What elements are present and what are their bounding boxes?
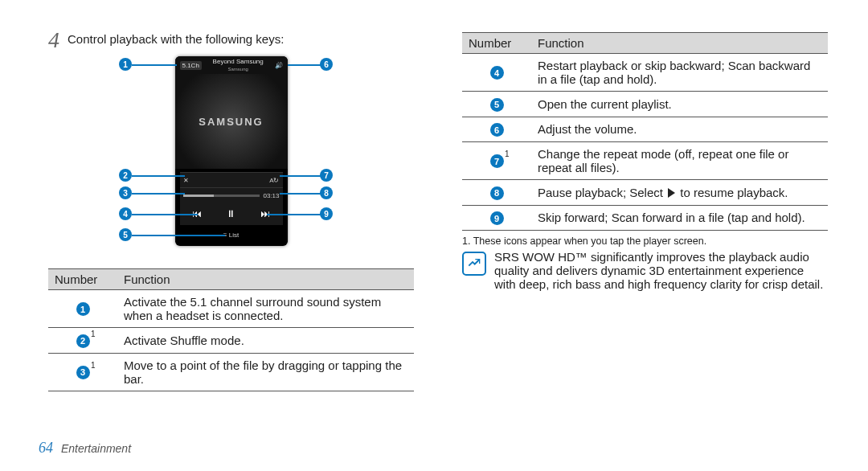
shuffle-icon: ✕ — [183, 177, 189, 184]
table-row: 6 Adjust the volume. — [462, 117, 828, 142]
row-number-bubble: 71 — [490, 154, 504, 168]
row-number-bubble: 31 — [76, 366, 90, 379]
row-function-text: Restart playback or skip backward; Scan … — [531, 54, 828, 92]
function-table-left: Number Function 1 Activate the 5.1 chann… — [48, 268, 414, 391]
track-artist: Samsung — [228, 67, 248, 72]
callout-2: 2 — [119, 169, 132, 182]
row-function-text: Skip forward; Scan forward in a file (ta… — [531, 205, 828, 231]
callout-4: 4 — [119, 207, 132, 220]
table-header-number: Number — [48, 269, 117, 290]
row-number-bubble: 1 — [76, 302, 90, 316]
callout-3: 3 — [119, 186, 132, 199]
phone-mock: 5.1Ch Beyond Samsung Samsung 🔊 SAMSUNG ✕… — [175, 56, 288, 246]
row-function-text: Open the current playlist. — [531, 92, 828, 117]
table-row: 9 Skip forward; Scan forward in a file (… — [462, 205, 828, 231]
pause-icon: ⏸ — [226, 208, 235, 219]
table-row: 8 Pause playback; Select to resume playb… — [462, 180, 828, 206]
row-number-bubble: 21 — [76, 334, 90, 348]
row-function-text: Activate Shuffle mode. — [117, 328, 414, 354]
step-number: 4 — [48, 29, 59, 51]
table-row: 21 Activate Shuffle mode. — [48, 328, 414, 354]
row-function-text: Move to a point of the file by dragging … — [117, 353, 414, 391]
page-footer: 64 Entertainment — [39, 440, 131, 457]
footnote: 1. These icons appear when you tap the p… — [462, 236, 828, 247]
callout-7: 7 — [320, 169, 333, 182]
row-function-text: Pause playback; Select to resume playbac… — [531, 180, 828, 206]
step-text: Control playback with the following keys… — [68, 32, 284, 46]
row-number-bubble: 4 — [490, 66, 504, 80]
row-number-bubble: 5 — [490, 98, 504, 112]
callout-1: 1 — [119, 58, 132, 71]
player-diagram: 5.1Ch Beyond Samsung Samsung 🔊 SAMSUNG ✕… — [48, 56, 414, 257]
section-name: Entertainment — [61, 442, 131, 455]
page-number: 64 — [39, 440, 53, 456]
row-number-bubble: 9 — [490, 211, 504, 225]
note-box: SRS WOW HD™ significantly improves the p… — [462, 250, 828, 291]
volume-icon: 🔊 — [275, 62, 283, 69]
row-function-text: Change the repeat mode (off, repeat one … — [531, 142, 828, 180]
table-row: 1 Activate the 5.1 channel surround soun… — [48, 290, 414, 328]
table-row: 4 Restart playback or skip backward; Sca… — [462, 54, 828, 92]
row-number-bubble: 8 — [490, 186, 504, 200]
table-row: 71 Change the repeat mode (off, repeat o… — [462, 142, 828, 180]
row-number-bubble: 6 — [490, 123, 504, 137]
track-title: Beyond Samsung — [213, 58, 264, 65]
callout-6: 6 — [320, 58, 333, 71]
table-header-function: Function — [531, 33, 828, 54]
repeat-icon: A↻ — [269, 177, 279, 184]
table-header-number: Number — [462, 33, 531, 54]
surround-badge: 5.1Ch — [180, 61, 202, 70]
time-label: 03:13 — [263, 192, 279, 199]
note-icon — [462, 252, 486, 276]
table-row: 31 Move to a point of the file by draggi… — [48, 353, 414, 391]
progress-bar — [183, 195, 260, 197]
step-line: 4 Control playback with the following ke… — [48, 32, 414, 51]
note-text: SRS WOW HD™ significantly improves the p… — [494, 250, 828, 291]
table-row: 5 Open the current playlist. — [462, 92, 828, 117]
row-function-text: Adjust the volume. — [531, 117, 828, 142]
samsung-logo: SAMSUNG — [199, 116, 263, 128]
table-header-function: Function — [117, 269, 414, 290]
function-table-right: Number Function 4 Restart playback or sk… — [462, 32, 828, 231]
callout-8: 8 — [320, 186, 333, 199]
row-function-text: Activate the 5.1 channel surround sound … — [117, 290, 414, 328]
play-icon — [668, 188, 675, 198]
callout-9: 9 — [320, 207, 333, 220]
callout-5: 5 — [119, 228, 132, 241]
